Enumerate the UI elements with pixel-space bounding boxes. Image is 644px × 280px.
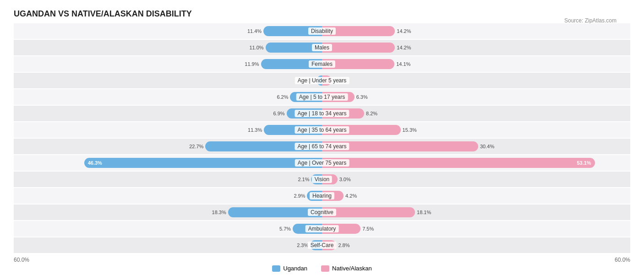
value-ugandan: 11.9% xyxy=(245,61,259,67)
right-section: 14.2% xyxy=(322,23,630,39)
left-section: 5.7% xyxy=(14,221,322,237)
row-label: Self-Care xyxy=(308,242,337,249)
right-section: 1.9% xyxy=(322,73,630,88)
chart-row: 2.1% Vision 3.0% xyxy=(14,172,630,187)
bar-native: 14.2% xyxy=(322,43,395,53)
row-label: Hearing xyxy=(310,192,334,199)
left-section: 11.4% xyxy=(14,23,322,39)
value-native: 2.8% xyxy=(338,242,349,248)
axis-right: 60.0% xyxy=(615,257,630,263)
legend-ugandan: Ugandan xyxy=(272,265,307,272)
legend-native-label: Native/Alaskan xyxy=(332,265,372,272)
value-ugandan: 11.3% xyxy=(248,127,262,133)
value-native: 14.2% xyxy=(397,45,411,50)
left-section: 18.3% xyxy=(14,205,322,220)
left-section: 2.1% xyxy=(14,172,322,187)
legend-ugandan-label: Ugandan xyxy=(283,265,307,272)
value-native: 4.2% xyxy=(345,193,357,199)
bars-container: 11.4% Disability 14.2% xyxy=(14,23,630,39)
chart-row: 11.0% Males 14.2% xyxy=(14,40,630,55)
value-ugandan: 2.3% xyxy=(297,242,308,248)
row-label: Cognitive xyxy=(308,209,336,216)
chart-row: 46.3% Age | Over 75 years 53.1% xyxy=(14,155,630,171)
bar-ugandan: 46.3% xyxy=(84,158,322,168)
chart-row: 22.7% Age | 65 to 74 years 30.4% xyxy=(14,139,630,154)
row-label: Age | 35 to 64 years xyxy=(295,126,349,134)
chart-row: 18.3% Cognitive 18.1% xyxy=(14,205,630,220)
right-section: 53.1% xyxy=(322,155,630,171)
value-ugandan: 22.7% xyxy=(189,144,203,149)
row-label: Males xyxy=(312,44,332,51)
legend-native: Native/Alaskan xyxy=(321,265,372,272)
right-section: 18.1% xyxy=(322,205,630,220)
value-native: 3.0% xyxy=(339,177,351,182)
right-section: 4.2% xyxy=(322,188,630,204)
bars-container: 6.2% Age | 5 to 17 years 6.3% xyxy=(14,89,630,105)
chart-area: 11.4% Disability 14.2% 11.0% Males 14.2% xyxy=(14,23,630,253)
right-section: 14.1% xyxy=(322,56,630,72)
value-native: 14.1% xyxy=(396,61,410,67)
row-label: Ambulatory xyxy=(306,225,339,232)
left-section: 11.0% xyxy=(14,40,322,55)
value-native: 15.3% xyxy=(403,127,417,133)
left-section: 6.9% xyxy=(14,106,322,121)
left-section: 1.1% xyxy=(14,73,322,88)
right-section: 2.8% xyxy=(322,237,630,253)
legend-swatch-pink xyxy=(321,265,329,272)
row-label: Females xyxy=(309,60,335,68)
chart-row: 11.9% Females 14.1% xyxy=(14,56,630,72)
bars-container: 2.1% Vision 3.0% xyxy=(14,172,630,187)
value-ugandan: 6.9% xyxy=(273,111,285,116)
value-ugandan: 18.3% xyxy=(212,210,226,215)
bars-container: 1.1% Age | Under 5 years 1.9% xyxy=(14,73,630,88)
axis-left: 60.0% xyxy=(14,257,29,263)
bar-native: 53.1% xyxy=(322,158,595,168)
row-label: Age | 65 to 74 years xyxy=(295,143,349,150)
left-section: 6.2% xyxy=(14,89,322,105)
right-section: 7.5% xyxy=(322,221,630,237)
row-label: Vision xyxy=(312,176,332,183)
bars-container: 11.0% Males 14.2% xyxy=(14,40,630,55)
value-ugandan: 11.4% xyxy=(247,28,262,34)
row-label: Age | 5 to 17 years xyxy=(296,93,348,101)
right-section: 6.3% xyxy=(322,89,630,105)
chart-row: 6.2% Age | 5 to 17 years 6.3% xyxy=(14,89,630,105)
chart-row: 5.7% Ambulatory 7.5% xyxy=(14,221,630,237)
value-ugandan-inside: 46.3% xyxy=(88,160,102,166)
bars-container: 46.3% Age | Over 75 years 53.1% xyxy=(14,155,630,171)
left-section: 11.9% xyxy=(14,56,322,72)
left-section: 22.7% xyxy=(14,139,322,154)
value-native: 14.2% xyxy=(397,28,411,34)
bars-container: 2.3% Self-Care 2.8% xyxy=(14,237,630,253)
axis-labels: 60.0% 60.0% xyxy=(14,257,630,263)
chart-row: 2.3% Self-Care 2.8% xyxy=(14,237,630,253)
bars-container: 11.3% Age | 35 to 64 years 15.3% xyxy=(14,122,630,138)
row-label: Age | Over 75 years xyxy=(295,159,349,167)
chart-title: UGANDAN VS NATIVE/ALASKAN DISABILITY xyxy=(14,9,630,19)
chart-footer: 60.0% 60.0% xyxy=(14,257,630,263)
left-section: 11.3% xyxy=(14,122,322,138)
value-ugandan: 6.2% xyxy=(277,94,288,100)
right-section: 15.3% xyxy=(322,122,630,138)
chart-row: 11.3% Age | 35 to 64 years 15.3% xyxy=(14,122,630,138)
right-section: 14.2% xyxy=(322,40,630,55)
value-native: 6.3% xyxy=(356,94,368,100)
row-label: Age | 18 to 34 years xyxy=(295,110,349,117)
source-label: Source: ZipAtlas.com xyxy=(564,17,617,24)
right-section: 8.2% xyxy=(322,106,630,121)
value-ugandan: 11.0% xyxy=(249,45,263,50)
chart-row: 11.4% Disability 14.2% xyxy=(14,23,630,39)
value-native: 8.2% xyxy=(366,111,377,116)
bars-container: 5.7% Ambulatory 7.5% xyxy=(14,221,630,237)
value-native-inside: 53.1% xyxy=(577,160,591,166)
value-native: 30.4% xyxy=(480,144,494,149)
value-ugandan: 2.9% xyxy=(294,193,305,199)
value-ugandan: 2.1% xyxy=(298,177,309,182)
chart-legend: Ugandan Native/Alaskan xyxy=(14,265,630,272)
right-section: 30.4% xyxy=(322,139,630,154)
value-native: 18.1% xyxy=(417,210,431,215)
row-label: Disability xyxy=(308,27,336,35)
left-section: 46.3% xyxy=(14,155,322,171)
value-native: 7.5% xyxy=(362,226,374,232)
bars-container: 18.3% Cognitive 18.1% xyxy=(14,205,630,220)
